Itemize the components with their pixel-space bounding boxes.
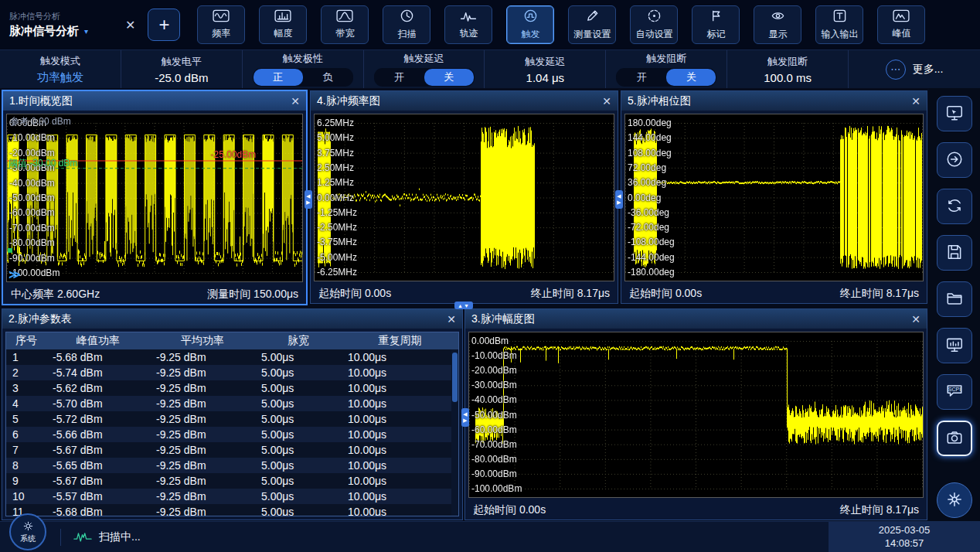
scpi-button[interactable]: SCPI [937,374,972,410]
table-row[interactable]: 6-5.66 dBm-9.25 dBm5.00μs10.00μs [6,427,458,442]
system-button[interactable]: 系统 [9,513,46,550]
close-icon[interactable]: ✕ [911,313,920,325]
scrollbar-thumb[interactable] [452,353,458,402]
panel-time-overview: 1.时间概览图 ✕ 0.00dBm-10.00dBm-20.00dBm-30.0… [2,90,308,305]
display-button[interactable]: 显示 [754,5,801,44]
peak-button[interactable]: 峰值 [877,5,925,44]
panel-phase-title: 5.脉冲相位图 [628,94,691,108]
trigger-mode-group[interactable]: 触发模式 功率触发 [0,50,121,88]
io-button[interactable]: 输入输出 [815,5,863,44]
table-cell: 10.00μs [342,349,458,365]
delay-off-option[interactable]: 关 [424,69,474,86]
chevron-down-icon[interactable]: ▾ [84,27,88,36]
holdoff-off-option[interactable]: 关 [666,69,716,86]
pulse-frequency-chart: 6.25MHz5.00MHz3.75MHz2.50MHz1.25MHz0.00M… [314,114,614,281]
measure-settings-button[interactable]: 测量设置 [568,5,616,44]
trigger-level-group[interactable]: 触发电平 -25.0 dBm [121,50,243,88]
add-tab-button[interactable]: + [148,9,180,41]
polarity-positive-option[interactable]: 正 [254,69,303,86]
polarity-negative-option[interactable]: 负 [303,69,352,86]
trigger-holdoff-value-group[interactable]: 触发阻断 100.0 ms [727,50,849,88]
table-row[interactable]: 7-5.67 dBm-9.25 dBm5.00μs10.00μs [6,442,458,458]
table-row[interactable]: 9-5.67 dBm-9.25 dBm5.00μs10.00μs [6,473,458,489]
close-icon[interactable]: ✕ [447,313,456,325]
more-button[interactable]: ⋯ 更多... [849,50,980,88]
system-settings-button[interactable] [937,482,972,518]
amplitude-button[interactable]: 幅度 [259,5,307,44]
tab-close-icon[interactable]: ✕ [125,18,135,32]
bandwidth-icon [335,9,354,25]
trace-button[interactable]: 轨迹 [444,5,492,44]
preset-button[interactable] [937,96,972,131]
trigger-holdoff-toggle[interactable]: 开 关 [616,68,716,87]
trigger-level-line-label: -25.00dBm [211,149,257,160]
close-icon[interactable]: ✕ [911,95,920,107]
panel-time-titlebar[interactable]: 1.时间概览图 ✕ [3,91,306,111]
pulse-frequency-footer: 起始时间 0.00s 终止时间 8.17μs [311,285,618,303]
window-icon [945,336,964,356]
table-cell: 5.00μs [255,427,342,442]
table-cell: 6 [6,427,46,442]
auto-set-button[interactable]: 自动设置 [630,5,678,44]
open-file-button[interactable] [937,281,972,317]
refresh-button[interactable] [937,189,972,224]
table-cell: 10.00μs [342,396,458,411]
bandwidth-button[interactable]: 带宽 [321,5,369,44]
trigger-delay-value-group[interactable]: 触发延迟 1.04 μs [485,50,606,88]
panel-amp-titlebar[interactable]: 3.脉冲幅度图 ✕ [465,309,927,329]
panel-table-titlebar[interactable]: 2.脉冲参数表 ✕ [2,309,462,329]
trigger-delay-value[interactable]: 1.04 μs [526,71,565,84]
splitter-handle[interactable]: ▲▼ [454,302,473,309]
table-cell: -9.25 dBm [150,427,255,442]
table-cell: 10.00μs [342,473,458,489]
delay-on-option[interactable]: 开 [375,69,424,86]
table-cell: 10.00μs [342,380,458,396]
trigger-polarity-toggle[interactable]: 正 负 [253,68,353,87]
time-overview-canvas [7,114,302,281]
table-row[interactable]: 11-5.68 dBm-9.25 dBm5.00μs10.00μs [6,504,458,516]
sweep-button[interactable]: 扫描 [383,5,430,44]
table-row[interactable]: 8-5.65 dBm-9.25 dBm5.00μs10.00μs [6,458,458,473]
table-cell: 10.00μs [342,442,458,458]
splitter-handle[interactable]: ◀▶ [305,190,312,209]
col-pulse-width: 脉宽 [255,332,342,349]
table-cell: 5.00μs [255,458,342,473]
screenshot-button[interactable] [937,421,972,456]
forward-button[interactable] [937,142,972,178]
table-cell: 10 [6,489,46,504]
table-row[interactable]: 1-5.68 dBm-9.25 dBm5.00μs10.00μs [6,349,458,365]
close-icon[interactable]: ✕ [602,95,611,107]
trigger-level-value[interactable]: -25.0 dBm [155,71,208,84]
table-scrollbar[interactable] [451,349,458,516]
close-icon[interactable]: ✕ [291,95,300,107]
table-row[interactable]: 4-5.70 dBm-9.25 dBm5.00μs10.00μs [6,396,458,411]
divider [60,529,61,546]
splitter-handle[interactable]: ◀▶ [615,190,623,209]
panel-pulse-amplitude: 3.脉冲幅度图 ✕ 0.00dBm-10.00dBm-20.00dBm-30.0… [464,308,927,520]
marker-button[interactable]: 标记 [692,5,740,44]
save-icon [945,243,964,264]
trigger-delay-toggle[interactable]: 开 关 [374,68,475,87]
app-title-block[interactable]: 脉冲信号分析 脉冲信号分析 ▾ [9,11,124,39]
table-row[interactable]: 3-5.62 dBm-9.25 dBm5.00μs10.00μs [6,380,458,396]
trigger-label: 触发 [521,28,539,41]
scan-status: 扫描中... [73,530,141,544]
table-cell: -5.68 dBm [46,504,150,516]
splitter-handle[interactable]: ◀▶ [461,408,469,427]
frequency-button[interactable]: 频率 [197,5,245,44]
marker-arrows-icon[interactable]: ≫ [9,267,21,281]
reference-level-label: 参考 0.00 dBm [10,115,71,128]
save-button[interactable] [937,235,972,271]
start-time-label: 起始时间 0.00s [629,287,702,301]
window-layout-button[interactable] [937,328,972,363]
trigger-holdoff-value[interactable]: 100.0 ms [764,71,812,84]
table-row[interactable]: 2-5.74 dBm-9.25 dBm5.00μs10.00μs [6,365,458,380]
panel-freq-titlebar[interactable]: 4.脉冲频率图 ✕ [311,91,618,111]
holdoff-on-option[interactable]: 开 [617,69,666,86]
table-header-row: 序号 峰值功率 平均功率 脉宽 重复周期 [6,332,458,349]
trigger-button[interactable]: 触发 [506,5,554,44]
panel-phase-titlebar[interactable]: 5.脉冲相位图 ✕ [621,91,927,111]
table-row[interactable]: 5-5.72 dBm-9.25 dBm5.00μs10.00μs [6,411,458,427]
trigger-mode-value[interactable]: 功率触发 [37,70,83,85]
table-row[interactable]: 10-5.57 dBm-9.25 dBm5.00μs10.00μs [6,489,458,504]
